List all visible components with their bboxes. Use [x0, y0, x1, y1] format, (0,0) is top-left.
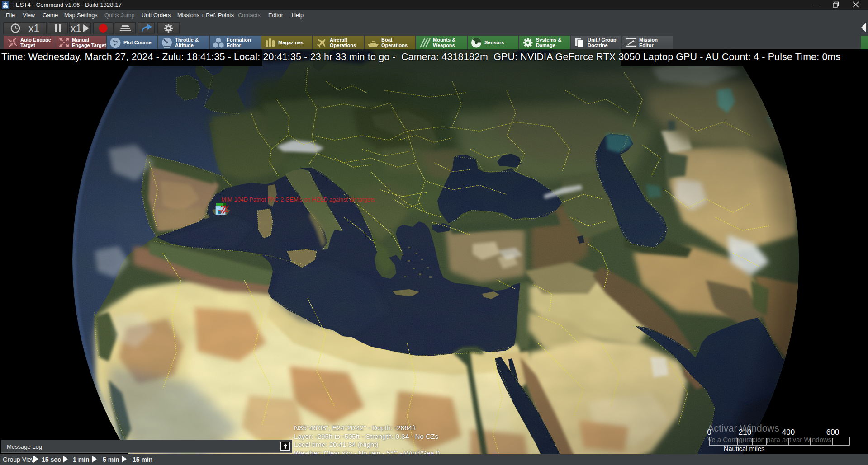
svg-text:x1: x1	[28, 23, 39, 34]
svg-text:MIM-104D Patriot PAC-2 GEMls o: MIM-104D Patriot PAC-2 GEMls on HOLD aga…	[221, 197, 375, 203]
svg-text:x1: x1	[71, 23, 81, 34]
